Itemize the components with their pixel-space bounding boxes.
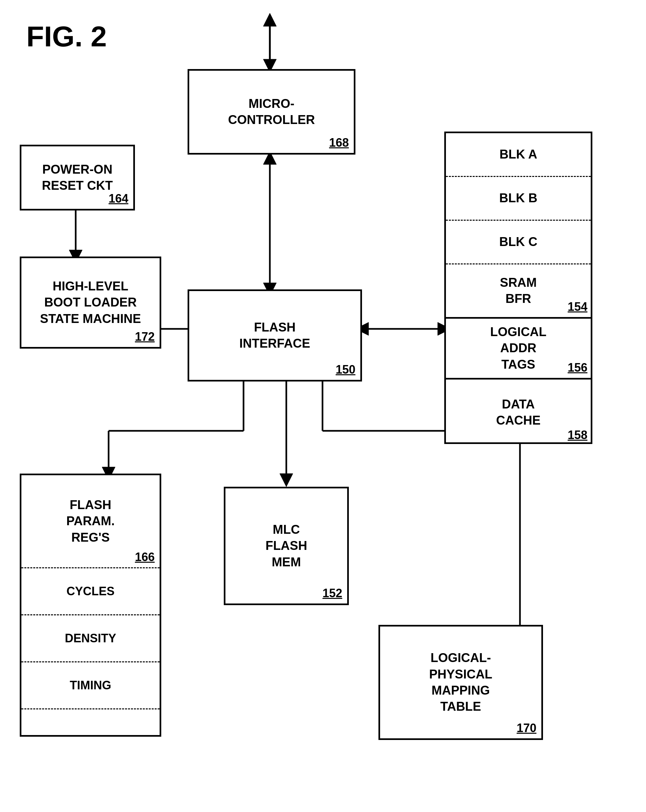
mlc-flash-mem-label: MLCFLASHMEM — [266, 522, 308, 570]
flash-interface-label: FLASHINTERFACE — [239, 319, 310, 352]
blk-a-section: BLK A — [446, 133, 591, 176]
data-cache-label: DATACACHE — [496, 396, 540, 429]
blk-c-label: BLK C — [499, 234, 537, 250]
logical-physical-label: LOGICAL-PHYSICALMAPPINGTABLE — [429, 650, 492, 715]
power-on-reset-label: POWER-ONRESET CKT — [42, 162, 113, 194]
flash-param-box: FLASHPARAM.REG'S 166 CYCLES DENSITY TIMI… — [20, 473, 161, 737]
logical-physical-ref: 170 — [517, 721, 536, 735]
mlc-flash-mem-ref: 152 — [323, 586, 342, 600]
svg-marker-19 — [280, 473, 293, 487]
timing-section: TIMING — [21, 662, 159, 708]
data-cache-section: DATACACHE 158 — [446, 380, 591, 445]
density-label: DENSITY — [21, 629, 159, 648]
flash-param-main: FLASHPARAM.REG'S 166 — [21, 475, 159, 567]
cycles-section: CYCLES — [21, 568, 159, 614]
cycles-label: CYCLES — [21, 582, 159, 601]
density-section: DENSITY — [21, 615, 159, 661]
flash-param-label: FLASHPARAM.REG'S — [66, 497, 115, 546]
sram-bfr-label: SRAMBFR — [500, 275, 537, 307]
sram-memory-box: BLK A BLK B BLK C SRAMBFR 154 LOGICALADD… — [444, 131, 592, 444]
high-level-ref: 172 — [135, 330, 155, 344]
power-on-reset-ref: 164 — [109, 192, 129, 206]
microcontroller-box: MICRO-CONTROLLER 168 — [188, 69, 355, 154]
microcontroller-ref: 168 — [329, 136, 349, 150]
logical-physical-box: LOGICAL-PHYSICALMAPPINGTABLE 170 — [378, 625, 543, 740]
sram-bfr-section: SRAMBFR 154 — [446, 264, 591, 317]
blk-a-label: BLK A — [499, 147, 537, 162]
mlc-flash-mem-box: MLCFLASHMEM 152 — [224, 487, 349, 605]
flash-interface-box: FLASHINTERFACE 150 — [188, 289, 362, 382]
high-level-label: HIGH-LEVELBOOT LOADERSTATE MACHINE — [40, 278, 141, 327]
blk-c-section: BLK C — [446, 221, 591, 263]
fp-divider-4 — [21, 708, 159, 710]
timing-label: TIMING — [21, 676, 159, 695]
sram-bfr-ref: 154 — [568, 300, 588, 314]
blk-b-section: BLK B — [446, 177, 591, 220]
svg-marker-1 — [263, 13, 276, 26]
logical-addr-section: LOGICALADDRTAGS 156 — [446, 319, 591, 378]
logical-addr-ref: 156 — [568, 361, 588, 375]
high-level-boot-loader-box: HIGH-LEVELBOOT LOADERSTATE MACHINE 172 — [20, 256, 161, 349]
power-on-reset-box: POWER-ONRESET CKT 164 — [20, 145, 135, 211]
flash-interface-ref: 150 — [336, 363, 355, 377]
blk-b-label: BLK B — [499, 190, 537, 206]
logical-addr-label: LOGICALADDRTAGS — [490, 324, 546, 372]
microcontroller-label: MICRO-CONTROLLER — [228, 96, 315, 128]
data-cache-ref: 158 — [568, 428, 588, 442]
flash-param-ref: 166 — [135, 550, 155, 564]
figure-label: FIG. 2 — [26, 20, 107, 53]
